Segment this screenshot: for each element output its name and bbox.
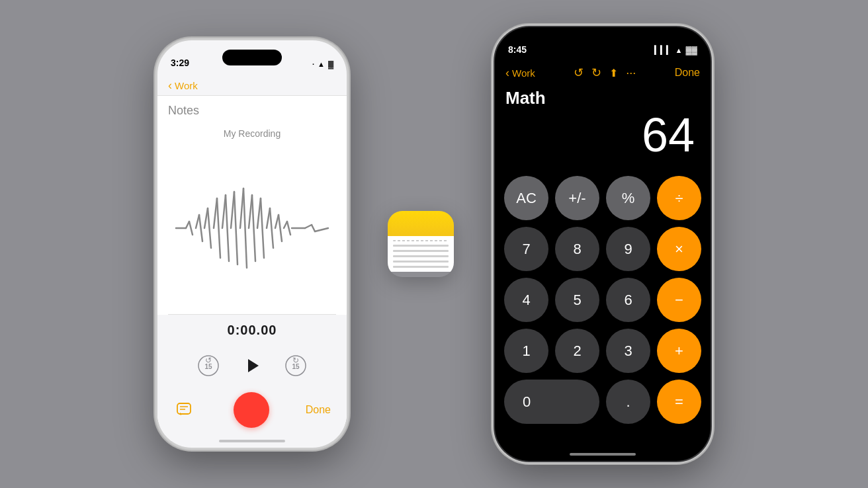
svg-line-12	[234, 192, 238, 264]
share-icon[interactable]: ⬆	[609, 67, 618, 79]
back-button-right[interactable]: ‹ Work	[505, 66, 535, 80]
status-time-right: 8:45	[508, 44, 527, 55]
done-button-left[interactable]: Done	[306, 404, 331, 416]
wifi-icon-right: ▲	[675, 46, 683, 54]
calc-btn-plusminus[interactable]: +/-	[555, 176, 599, 220]
svg-line-26	[305, 225, 312, 228]
calc-btn-2[interactable]: 2	[555, 329, 599, 373]
forward-icon: 15 ↻	[284, 354, 307, 377]
svg-line-16	[252, 195, 255, 261]
rewind-icon: 15 ↺	[197, 354, 220, 377]
voice-memo-body: Notes My Recording	[157, 96, 347, 441]
calc-btn-0[interactable]: 0	[504, 380, 599, 424]
scene: 3:29 · ▲ ▓ ‹ Work Notes My Recording	[0, 0, 868, 488]
voice-memo-nav: ‹ Work	[157, 73, 347, 96]
redo-icon[interactable]: ↻	[591, 65, 601, 80]
undo-icon[interactable]: ↺	[574, 65, 584, 80]
recording-name: My Recording	[157, 128, 347, 139]
status-time-left: 3:29	[171, 58, 189, 68]
calc-nav: ‹ Work ↺ ↻ ⬆ ··· Done	[495, 60, 711, 83]
forward-button[interactable]: 15 ↻	[284, 354, 308, 378]
play-button[interactable]	[239, 352, 265, 379]
wifi-icon: ▲	[318, 60, 325, 68]
svg-line-14	[243, 188, 247, 268]
notes-icon-line-1	[393, 245, 449, 247]
playback-controls: 15 ↺ 15 ↻	[157, 346, 347, 386]
voice-memo-screen: ‹ Work Notes My Recording	[157, 73, 347, 448]
chat-icon-button[interactable]	[173, 398, 197, 422]
svg-marker-39	[179, 413, 181, 415]
svg-line-28	[315, 228, 328, 231]
svg-line-24	[287, 222, 290, 235]
timer-display: 0:00.00	[168, 323, 336, 338]
svg-line-10	[226, 195, 229, 261]
svg-line-6	[208, 208, 211, 248]
calc-btn-add[interactable]: +	[657, 329, 701, 373]
svg-rect-36	[177, 403, 191, 414]
chat-icon	[176, 401, 195, 419]
back-chevron-right-icon: ‹	[505, 66, 509, 80]
svg-text:↺: ↺	[205, 356, 212, 365]
rewind-button[interactable]: 15 ↺	[196, 354, 220, 378]
notes-icon-line-4	[393, 261, 449, 263]
calc-btn-multiply[interactable]: ×	[657, 227, 701, 271]
dynamic-island-left	[222, 50, 282, 65]
left-iphone: 3:29 · ▲ ▓ ‹ Work Notes My Recording	[156, 39, 348, 449]
home-indicator-right	[570, 453, 636, 456]
calc-btn-5[interactable]: 5	[555, 278, 599, 322]
calc-btn-equals[interactable]: =	[657, 380, 701, 424]
calc-btn-subtract[interactable]: −	[657, 278, 701, 322]
back-label-right: Work	[512, 67, 535, 79]
notes-icon-dotted-line-1	[393, 240, 449, 241]
svg-line-18	[261, 198, 264, 258]
back-label-left: Work	[175, 80, 198, 91]
waveform-svg	[173, 185, 331, 271]
calc-btn-4[interactable]: 4	[504, 278, 548, 322]
calc-btn-8[interactable]: 8	[555, 227, 599, 271]
calc-btn-percent[interactable]: %	[606, 176, 650, 220]
status-icons-left: · ▲ ▓	[312, 60, 333, 68]
side-btn-power-left	[347, 146, 348, 199]
battery-icon: ▓	[328, 60, 333, 68]
status-icons-right: ▎▎▎ ▲ ▓▓	[654, 46, 697, 55]
notes-icon-line-5	[393, 266, 449, 268]
calc-btn-divide[interactable]: ÷	[657, 176, 701, 220]
notes-icon-line-3	[393, 255, 449, 257]
play-icon	[240, 354, 264, 378]
notes-icon-paper	[388, 236, 454, 272]
svg-text:↻: ↻	[292, 356, 299, 365]
svg-line-2	[189, 222, 193, 235]
svg-line-27	[312, 225, 315, 231]
calc-btn-9[interactable]: 9	[606, 227, 650, 271]
calc-btn-1[interactable]: 1	[504, 329, 548, 373]
calc-title: Math	[495, 83, 711, 111]
calc-btn-3[interactable]: 3	[606, 329, 650, 373]
back-chevron-icon: ‹	[168, 79, 172, 93]
notes-icon-top	[388, 211, 454, 236]
notes-app-icon[interactable]	[388, 211, 454, 277]
calc-display: 64	[495, 111, 711, 169]
calc-btn-6[interactable]: 6	[606, 278, 650, 322]
record-bar: Done	[157, 386, 347, 441]
dynamic-island-right	[570, 36, 636, 54]
notes-icon-line-2	[393, 250, 449, 252]
svg-line-4	[199, 215, 202, 241]
done-button-right[interactable]: Done	[675, 67, 700, 79]
svg-line-8	[217, 198, 220, 258]
more-icon[interactable]: ···	[626, 66, 636, 80]
back-button-left[interactable]: ‹ Work	[168, 79, 198, 93]
calc-btn-7[interactable]: 7	[504, 227, 548, 271]
svg-line-22	[279, 215, 282, 241]
notes-section-title: Notes	[157, 96, 347, 123]
battery-icon-right: ▓▓	[686, 46, 698, 55]
calc-buttons-grid: AC +/- % ÷ 7 8 9 × 4 5 6 − 1 2 3 + 0	[495, 169, 711, 437]
calc-btn-decimal[interactable]: .	[606, 380, 650, 424]
calc-nav-icons: ↺ ↻ ⬆ ···	[574, 65, 636, 80]
right-iphone: 8:45 ▎▎▎ ▲ ▓▓ ‹ Work ↺ ↻ ⬆ ···	[494, 26, 712, 462]
record-button[interactable]	[234, 392, 269, 428]
home-indicator-left	[219, 440, 285, 442]
timer-area: 0:00.00	[157, 315, 347, 346]
calc-btn-ac[interactable]: AC	[504, 176, 548, 220]
calc-screen: ‹ Work ↺ ↻ ⬆ ··· Done Math 64 AC +/-	[495, 60, 711, 461]
waveform-area	[157, 142, 347, 314]
